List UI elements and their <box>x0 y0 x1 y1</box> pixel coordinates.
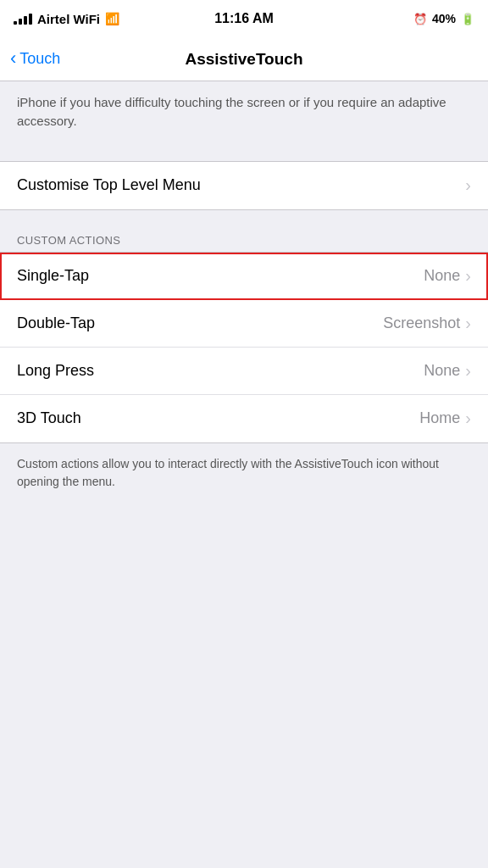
battery-label: 40% <box>432 12 456 25</box>
page-title: AssistiveTouch <box>185 50 302 69</box>
description-text: iPhone if you have difficulty touching t… <box>17 95 446 128</box>
3d-touch-row[interactable]: 3D Touch Home › <box>0 395 488 442</box>
customise-top-level-menu-row[interactable]: Customise Top Level Menu › <box>0 162 488 209</box>
custom-actions-section: Single-Tap None › Double-Tap Screenshot … <box>0 252 488 443</box>
section-divider-top <box>0 146 488 161</box>
signal-icon <box>14 13 32 25</box>
back-chevron-icon: ‹ <box>10 49 16 68</box>
3d-touch-right: Home › <box>419 409 471 428</box>
3d-touch-value: Home <box>419 409 460 427</box>
single-tap-chevron-icon: › <box>465 266 471 286</box>
status-left: Airtel WiFi 📶 <box>14 12 119 26</box>
section-divider-middle <box>0 210 488 225</box>
3d-touch-label: 3D Touch <box>17 409 81 427</box>
double-tap-chevron-icon: › <box>465 314 471 333</box>
carrier-label: Airtel WiFi <box>37 12 100 26</box>
single-tap-label: Single-Tap <box>17 267 89 285</box>
description-section: iPhone if you have difficulty touching t… <box>0 81 488 146</box>
back-label[interactable]: Touch <box>19 50 60 68</box>
single-tap-value: None <box>424 267 460 285</box>
back-button[interactable]: ‹ Touch <box>10 50 60 68</box>
double-tap-right: Screenshot › <box>383 314 471 333</box>
double-tap-value: Screenshot <box>383 314 460 332</box>
3d-touch-chevron-icon: › <box>465 409 471 428</box>
status-right: ⏰ 40% 🔋 <box>413 12 474 25</box>
long-press-value: None <box>424 362 460 380</box>
single-tap-right: None › <box>424 266 471 286</box>
alarm-icon: ⏰ <box>413 13 427 25</box>
top-settings-section: Customise Top Level Menu › <box>0 161 488 210</box>
long-press-chevron-icon: › <box>465 361 471 381</box>
custom-actions-label: CUSTOM ACTIONS <box>0 225 488 252</box>
footer-text: Custom actions allow you to interact dir… <box>17 457 439 488</box>
wifi-icon: 📶 <box>105 12 119 25</box>
chevron-right-icon: › <box>465 175 471 195</box>
nav-bar: ‹ Touch AssistiveTouch <box>0 37 488 81</box>
battery-icon: 🔋 <box>461 13 474 25</box>
single-tap-row[interactable]: Single-Tap None › <box>0 253 488 300</box>
long-press-right: None › <box>424 361 471 381</box>
footer-note: Custom actions allow you to interact dir… <box>0 443 488 503</box>
status-time: 11:16 AM <box>214 11 274 26</box>
customise-top-level-menu-right: › <box>465 175 471 195</box>
double-tap-row[interactable]: Double-Tap Screenshot › <box>0 300 488 348</box>
long-press-row[interactable]: Long Press None › <box>0 348 488 395</box>
customise-top-level-menu-label: Customise Top Level Menu <box>17 176 201 194</box>
status-bar: Airtel WiFi 📶 11:16 AM ⏰ 40% 🔋 <box>0 0 488 37</box>
double-tap-label: Double-Tap <box>17 314 95 332</box>
long-press-label: Long Press <box>17 362 94 380</box>
